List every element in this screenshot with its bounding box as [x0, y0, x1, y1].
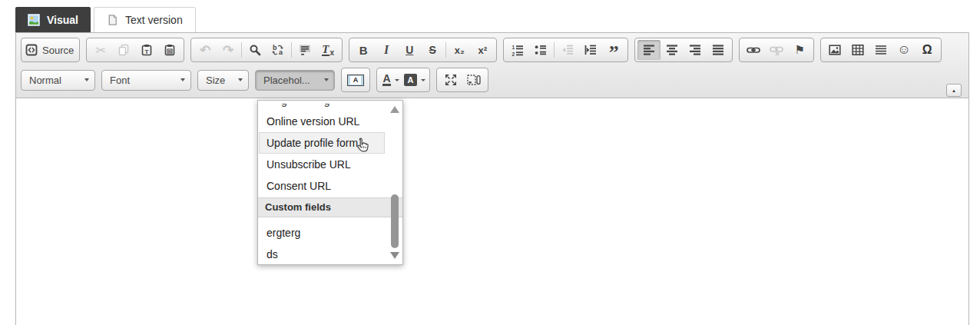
- align-justify-button[interactable]: [707, 40, 730, 60]
- source-button[interactable]: Source: [24, 40, 77, 60]
- source-button-label: Source: [42, 45, 74, 56]
- undo-button[interactable]: ↶: [194, 40, 217, 60]
- paste-plain-text-button[interactable]: T: [135, 40, 158, 60]
- align-right-icon: [689, 44, 701, 56]
- strikethrough-button[interactable]: S: [421, 40, 444, 60]
- numbered-list-icon: 1 2: [512, 44, 524, 56]
- copy-button[interactable]: [112, 40, 135, 60]
- anchor-button[interactable]: ⚑: [788, 40, 811, 60]
- insert-image-icon: [829, 44, 841, 56]
- superscript-icon: x²: [478, 45, 487, 56]
- replace-icon: b a: [271, 44, 285, 56]
- anchor-flag-icon: ⚑: [794, 43, 804, 57]
- horizontal-rule-button[interactable]: [869, 40, 892, 60]
- insert-image-button[interactable]: [823, 40, 846, 60]
- horizontal-rule-icon: [875, 44, 887, 56]
- find-button[interactable]: [243, 40, 267, 60]
- text-color-button[interactable]: A: [379, 70, 402, 90]
- replace-button[interactable]: b a: [267, 40, 290, 60]
- size-combo[interactable]: Size: [197, 70, 249, 91]
- editor-toolbar: Source ✂ T: [16, 33, 968, 98]
- separator: [554, 42, 555, 58]
- dropdown-item-ergterg[interactable]: ergterg: [259, 222, 385, 244]
- blockquote-button[interactable]: ”: [602, 40, 625, 60]
- smiley-button[interactable]: ☺: [892, 40, 915, 60]
- increase-indent-button[interactable]: [579, 40, 602, 60]
- group-align: [634, 38, 733, 62]
- align-center-icon: [666, 44, 678, 56]
- special-char-button[interactable]: Ω: [915, 40, 939, 60]
- chevron-down-icon: [421, 79, 425, 81]
- group-source: Source: [21, 38, 80, 62]
- unlink-button[interactable]: [765, 40, 788, 60]
- document-icon: [107, 14, 118, 26]
- redo-icon: ↷: [223, 42, 233, 58]
- chevron-down-icon: [395, 79, 399, 81]
- align-justify-icon: [712, 44, 724, 56]
- scroll-up-arrow-icon[interactable]: [390, 106, 399, 113]
- placeholder-box-letter: A: [350, 76, 361, 85]
- dropdown-item-unsubscribe-url[interactable]: Unsubscribe URL: [259, 154, 385, 175]
- dropdown-item-ds[interactable]: ds: [259, 244, 385, 265]
- align-right-button[interactable]: [684, 40, 707, 60]
- format-combo[interactable]: Normal: [21, 70, 95, 91]
- editing-area[interactable]: [16, 98, 968, 320]
- list-number-2: 2: [512, 51, 515, 57]
- cut-button[interactable]: ✂: [89, 40, 112, 60]
- paste-word-icon: W: [164, 44, 176, 56]
- font-combo[interactable]: Font: [101, 70, 191, 91]
- placeholder-combo[interactable]: Placehol...: [255, 70, 335, 91]
- paste-word-letter: W: [168, 49, 173, 54]
- background-color-button[interactable]: A: [402, 70, 427, 90]
- group-basicstyles: B I U S x₂ x²: [349, 38, 497, 62]
- scrollbar-thumb[interactable]: [391, 194, 399, 248]
- bold-button[interactable]: B: [352, 40, 375, 60]
- placeholder-box-icon: A: [347, 75, 364, 86]
- maximize-button[interactable]: [439, 70, 462, 90]
- dropdown-clipped-item[interactable]: g g: [258, 104, 402, 111]
- redo-button[interactable]: ↷: [217, 40, 240, 60]
- scroll-down-arrow-icon[interactable]: [390, 252, 399, 259]
- tab-visual[interactable]: Visual: [15, 7, 91, 32]
- subscript-icon: x₂: [455, 45, 465, 56]
- align-center-button[interactable]: [661, 40, 684, 60]
- tab-text-version[interactable]: Text version: [94, 7, 196, 32]
- chevron-down-icon: [324, 78, 329, 81]
- dropdown-item-online-version-url[interactable]: Online version URL: [259, 111, 385, 132]
- group-clipboard: ✂ T: [86, 38, 184, 62]
- show-blocks-button[interactable]: [462, 70, 485, 90]
- superscript-button[interactable]: x²: [471, 40, 494, 60]
- insert-table-button[interactable]: [846, 40, 869, 60]
- editor-tabs: Visual Text version: [15, 7, 196, 32]
- tab-text-version-label: Text version: [125, 14, 183, 26]
- placeholder-dropdown-panel: g g Online version URL Update profile fo…: [257, 100, 403, 265]
- align-left-button[interactable]: [637, 40, 661, 60]
- bullet-list-icon: [535, 44, 547, 56]
- placeholder-insert-button[interactable]: A: [344, 70, 367, 90]
- strikethrough-icon: S: [429, 44, 436, 56]
- group-undo-find: ↶ ↷ b a: [190, 38, 343, 62]
- placeholder-combo-label: Placehol...: [263, 75, 310, 86]
- select-all-button[interactable]: [293, 40, 316, 60]
- list-number-1: 1: [512, 45, 515, 50]
- numbered-list-button[interactable]: 1 2: [506, 40, 529, 60]
- link-button[interactable]: [742, 40, 765, 60]
- bullet-list-button[interactable]: [529, 40, 552, 60]
- decrease-indent-button[interactable]: [556, 40, 579, 60]
- outdent-icon: [561, 44, 574, 56]
- dropdown-clipped-text: g g: [281, 104, 346, 107]
- remove-format-x: x: [330, 48, 335, 57]
- dropdown-item-consent-url[interactable]: Consent URL: [259, 175, 385, 197]
- subscript-button[interactable]: x₂: [448, 40, 471, 60]
- group-placeholder-insert: A: [341, 68, 370, 92]
- paste-from-word-button[interactable]: W: [158, 40, 181, 60]
- cut-icon: ✂: [96, 43, 106, 58]
- italic-button[interactable]: I: [375, 40, 398, 60]
- remove-format-button[interactable]: T x: [316, 40, 339, 60]
- underline-button[interactable]: U: [398, 40, 421, 60]
- toolbar-collapse-button[interactable]: ▲: [946, 84, 962, 97]
- separator: [291, 42, 292, 58]
- dropdown-scrollbar[interactable]: [389, 104, 400, 261]
- chevron-down-icon: [84, 78, 89, 81]
- chevron-down-icon: [180, 78, 185, 81]
